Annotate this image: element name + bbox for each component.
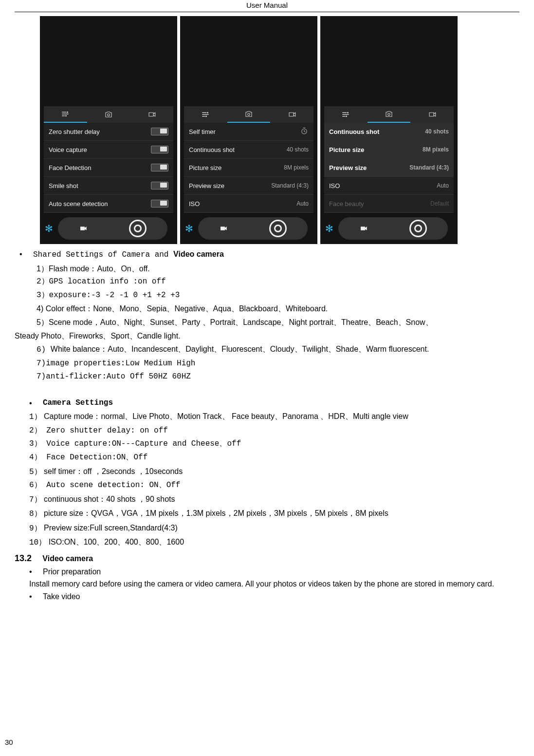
setting-voice-capture[interactable]: Voice capture	[44, 141, 173, 159]
setting-continuous-shot[interactable]: Continuous shot40 shots	[184, 141, 313, 159]
shutter-icon[interactable]	[269, 220, 287, 237]
setting-picture-size[interactable]: Picture size8M pixels	[184, 159, 313, 177]
item-voice-capture: 3） Voice capture:ON---Capture and Cheese…	[29, 438, 519, 451]
tab-camera[interactable]	[87, 106, 130, 123]
setting-self-timer[interactable]: Self timer	[184, 123, 313, 141]
setting-continuous-shot[interactable]: Continuous shot40 shots	[324, 123, 454, 141]
shutter-icon[interactable]	[129, 220, 147, 237]
svg-point-2	[108, 114, 110, 116]
tab-camera[interactable]	[227, 106, 271, 123]
gear-icon[interactable]: ✻	[185, 223, 193, 234]
setting-iso[interactable]: ISOAuto	[324, 177, 454, 195]
toggle-icon[interactable]	[151, 182, 168, 189]
setting-face-detection[interactable]: Face Detection	[44, 159, 173, 177]
item-auto-scene: 6） Auto scene detection: ON、Off	[29, 479, 519, 492]
item-zero-shutter: 2） Zero shutter delay: on off	[29, 425, 519, 437]
prior-preparation-text: Install memory card before using the cam…	[29, 578, 519, 590]
setting-zero-shutter[interactable]: Zero shutter delay	[44, 123, 173, 141]
tab-sliders[interactable]	[44, 106, 87, 123]
camera-settings-heading: • Camera Settings	[29, 397, 519, 410]
tab-video[interactable]	[410, 106, 454, 123]
setting-iso[interactable]: ISOAuto	[184, 195, 313, 213]
page-header: User Manual	[15, 0, 519, 12]
item-self-timer: 5） self timer：off ，2seconds ，10seconds	[29, 465, 519, 479]
tab-video[interactable]	[130, 106, 173, 123]
bullet-prior-preparation: •Prior preparation	[29, 566, 519, 578]
page-number: 30	[5, 738, 13, 746]
item-capture-mode: 1） Capture mode：normal、Live Photo、Motion…	[29, 410, 519, 424]
toggle-icon[interactable]	[151, 200, 168, 208]
item-color-effect: 4) Color effect：None、Mono、Sepia、Negative…	[37, 302, 519, 315]
item-white-balance: 6) 6) White balance：Auto、Incandescent、Da…	[37, 343, 519, 357]
bullet-take-video: •Take video	[29, 590, 519, 603]
setting-preview-size[interactable]: Preview sizeStandard (4:3)	[324, 159, 454, 177]
item-iso: 10） ISO:ON、100、200、400、800、1600	[29, 536, 519, 549]
toggle-icon[interactable]	[151, 128, 168, 135]
phone-screenshot-3: Continuous shot40 shots Picture size8M p…	[320, 16, 458, 244]
item-image-properties: 7)image properties:Low Medium High	[37, 358, 519, 370]
toggle-icon[interactable]	[151, 164, 168, 171]
item-anti-flicker: 7)anti-flicker:Auto Off 50HZ 60HZ	[37, 371, 519, 383]
shared-settings-heading: • Shared Settings of Camera and Video ca…	[19, 248, 519, 262]
video-icon	[359, 224, 368, 233]
svg-point-8	[346, 115, 347, 117]
setting-auto-scene[interactable]: Auto scene detection	[44, 195, 173, 213]
gear-icon[interactable]: ✻	[45, 223, 53, 234]
tab-video[interactable]	[270, 106, 313, 123]
screenshot-row: Zero shutter delay Voice capture Face De…	[40, 16, 519, 244]
shutter-icon[interactable]	[409, 220, 427, 237]
setting-picture-size[interactable]: Picture size8M pixels	[324, 141, 454, 159]
phone-screenshot-1: Zero shutter delay Voice capture Face De…	[40, 16, 177, 244]
setting-preview-size[interactable]: Preview sizeStandard (4:3)	[184, 177, 313, 195]
item-continuous-shot: 7） continuous shot：40 shots ，90 shots	[29, 493, 519, 507]
tab-camera[interactable]	[368, 106, 411, 123]
svg-point-0	[67, 112, 68, 113]
setting-smile-shot[interactable]: Smile shot	[44, 177, 173, 195]
svg-point-5	[248, 113, 250, 116]
tab-sliders[interactable]	[184, 106, 227, 123]
item-picture-size: 8） picture size：QVGA，VGA，1M pixels，1.3M …	[29, 507, 519, 521]
mode-pill[interactable]	[198, 217, 308, 240]
item-exposure: 3）exposure:-3 -2 -1 0 +1 +2 +3	[37, 289, 519, 302]
video-icon	[79, 224, 88, 233]
mode-pill[interactable]	[58, 217, 167, 240]
gear-icon[interactable]: ✻	[325, 223, 333, 234]
svg-point-4	[205, 115, 207, 117]
item-flash-mode: 1）Flash mode：Auto、On、off.	[37, 263, 519, 275]
setting-face-beauty[interactable]: Face beautyDefault	[324, 195, 454, 213]
svg-point-7	[347, 112, 349, 113]
item-face-detection: 4） Face Detection:ON、Off	[29, 452, 519, 464]
mode-pill[interactable]	[338, 217, 448, 240]
item-preview-size: 9） Preview size:Full screen,Standard(4:3…	[29, 522, 519, 535]
svg-point-9	[388, 113, 390, 116]
item-gps: 2）GPS location info :on off	[37, 276, 519, 288]
toggle-icon[interactable]	[151, 146, 168, 153]
svg-point-3	[207, 112, 208, 113]
svg-point-1	[65, 115, 67, 116]
tab-sliders[interactable]	[324, 106, 368, 123]
video-icon	[219, 224, 228, 233]
timer-icon	[300, 127, 309, 137]
phone-screenshot-2: Self timer Continuous shot40 shots Pictu…	[180, 16, 317, 244]
item-scene-mode: 5）Scene mode，Auto、Night、Sunset、Party 、Po…	[37, 316, 519, 329]
section-13-2-heading: 13.2 Video camera	[15, 551, 519, 566]
item-scene-mode-cont: Steady Photo、Fireworks、Sport、Candle ligh…	[15, 330, 519, 342]
